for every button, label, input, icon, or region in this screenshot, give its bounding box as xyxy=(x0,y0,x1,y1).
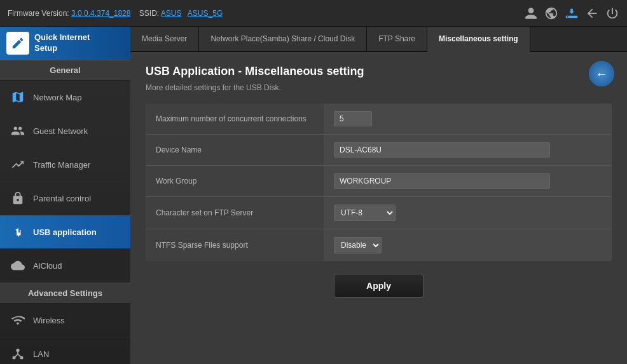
connections-input[interactable] xyxy=(334,111,372,126)
power-icon[interactable] xyxy=(605,6,619,20)
tab-ftp-share[interactable]: FTP Share xyxy=(367,27,427,51)
layout: Quick Internet Setup General Network Map… xyxy=(0,27,627,364)
ssid-main[interactable]: ASUS xyxy=(161,9,182,18)
user-icon[interactable] xyxy=(524,6,538,20)
form-field-device-name xyxy=(324,135,612,166)
sidebar-item-label: Guest Network xyxy=(33,126,88,136)
logo-icon xyxy=(6,32,29,55)
form-field-ntfs: Disable Enable xyxy=(324,229,612,262)
form-field-charset: UTF-8 UTF-16 ISO-8859-1 xyxy=(324,197,612,229)
form-label-workgroup: Work Group xyxy=(146,166,324,197)
ssid-5g[interactable]: ASUS_5G xyxy=(188,9,223,18)
form-field-workgroup xyxy=(324,166,612,197)
firmware-version[interactable]: 3.0.0.4.374_1828 xyxy=(71,9,130,18)
sidebar-item-aicloud[interactable]: AiCloud xyxy=(0,249,130,283)
panel-title: USB Application - Miscellaneous setting xyxy=(146,65,612,78)
panel: ← USB Application - Miscellaneous settin… xyxy=(130,52,627,364)
sidebar-item-label: Parental control xyxy=(33,194,91,203)
sidebar-logo[interactable]: Quick Internet Setup xyxy=(0,27,130,60)
form-label-device-name: Device Name xyxy=(146,135,324,166)
sidebar-item-label: USB application xyxy=(33,227,97,237)
sidebar-item-traffic-manager[interactable]: Traffic Manager xyxy=(0,148,130,182)
sidebar-item-network-map[interactable]: Network Map xyxy=(0,81,130,114)
router-icon[interactable] xyxy=(565,6,579,20)
sidebar-item-label: Traffic Manager xyxy=(33,160,90,170)
globe-icon[interactable] xyxy=(544,6,558,20)
parental-icon xyxy=(9,189,27,207)
sidebar-item-lan[interactable]: LAN xyxy=(0,337,130,364)
form-label-ntfs: NTFS Sparse Files support xyxy=(146,229,324,262)
cloud-icon xyxy=(9,257,27,274)
lan-icon xyxy=(9,345,27,363)
settings-form: Maximum number of concurrent connections… xyxy=(146,104,612,261)
ssid-label: SSID: xyxy=(139,9,159,18)
sidebar-item-wireless[interactable]: Wireless xyxy=(0,304,130,337)
form-row-charset: Character set on FTP Server UTF-8 UTF-16… xyxy=(146,197,612,229)
ntfs-select[interactable]: Disable Enable xyxy=(334,237,382,253)
form-label-connections: Maximum number of concurrent connections xyxy=(146,104,324,135)
sidebar-item-label: LAN xyxy=(33,349,49,359)
wireless-icon xyxy=(9,311,27,329)
sidebar-item-label: Network Map xyxy=(33,93,82,102)
tab-network-place[interactable]: Network Place(Samba) Share / Cloud Disk xyxy=(199,27,367,51)
sidebar-item-label: Wireless xyxy=(33,316,65,325)
sidebar-item-label: AiCloud xyxy=(33,261,62,271)
device-name-input[interactable] xyxy=(334,142,550,158)
tab-media-server[interactable]: Media Server xyxy=(130,27,199,51)
sidebar: Quick Internet Setup General Network Map… xyxy=(0,27,130,364)
advanced-section-label: Advanced Settings xyxy=(0,283,130,304)
tabs: Media Server Network Place(Samba) Share … xyxy=(130,27,627,52)
form-field-connections xyxy=(324,104,612,135)
sidebar-item-guest-network[interactable]: Guest Network xyxy=(0,114,130,148)
header-icons xyxy=(524,6,619,20)
charset-select[interactable]: UTF-8 UTF-16 ISO-8859-1 xyxy=(334,205,396,221)
apply-button[interactable]: Apply xyxy=(334,274,424,298)
form-row-device-name: Device Name xyxy=(146,135,612,166)
back-nav-icon[interactable] xyxy=(585,6,599,20)
form-row-workgroup: Work Group xyxy=(146,166,612,197)
content: Media Server Network Place(Samba) Share … xyxy=(130,27,627,364)
traffic-icon xyxy=(9,156,27,173)
guest-icon xyxy=(9,122,27,140)
header: Firmware Version: 3.0.0.4.374_1828 SSID:… xyxy=(0,0,627,27)
sidebar-logo-text: Quick Internet Setup xyxy=(34,32,90,54)
workgroup-input[interactable] xyxy=(334,173,550,189)
form-row-ntfs: NTFS Sparse Files support Disable Enable xyxy=(146,229,612,262)
map-icon xyxy=(9,88,27,106)
sidebar-item-usb-application[interactable]: USB application xyxy=(0,215,130,249)
usb-icon xyxy=(9,223,27,241)
back-button[interactable]: ← xyxy=(589,61,614,86)
firmware-label: Firmware Version: xyxy=(8,9,69,18)
panel-description: More detailed settings for the USB Disk. xyxy=(146,83,612,92)
header-firmware: Firmware Version: 3.0.0.4.374_1828 SSID:… xyxy=(8,9,524,18)
tab-miscellaneous[interactable]: Miscellaneous setting xyxy=(427,27,530,52)
form-label-charset: Character set on FTP Server xyxy=(146,197,324,229)
sidebar-item-parental-control[interactable]: Parental control xyxy=(0,182,130,215)
form-row-connections: Maximum number of concurrent connections xyxy=(146,104,612,135)
general-section-label: General xyxy=(0,60,130,81)
